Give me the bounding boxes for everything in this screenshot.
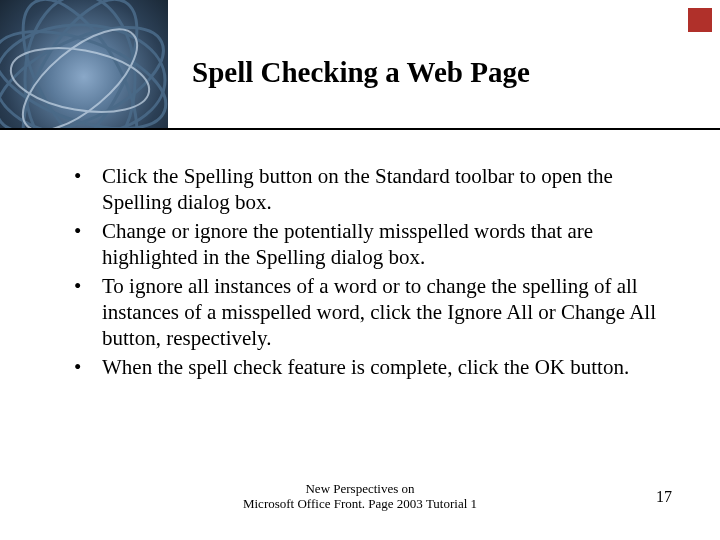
red-accent-square <box>688 8 712 32</box>
page-number: 17 <box>656 488 672 506</box>
slide-footer: New Perspectives on Microsoft Office Fro… <box>0 481 720 512</box>
slide-title: Spell Checking a Web Page <box>192 56 720 89</box>
bullet-item: To ignore all instances of a word or to … <box>74 274 672 351</box>
header-decorative-image <box>0 0 168 128</box>
bullet-list: Click the Spelling button on the Standar… <box>74 164 672 381</box>
bullet-item: Change or ignore the potentially misspel… <box>74 219 672 270</box>
footer-line-2: Microsoft Office Front. Page 2003 Tutori… <box>243 496 477 512</box>
footer-line-1: New Perspectives on <box>243 481 477 497</box>
title-area: Spell Checking a Web Page <box>168 0 720 128</box>
bullet-item: Click the Spelling button on the Standar… <box>74 164 672 215</box>
bullet-item: When the spell check feature is complete… <box>74 355 672 381</box>
slide-content: Click the Spelling button on the Standar… <box>0 128 720 381</box>
slide-header: Spell Checking a Web Page <box>0 0 720 128</box>
header-divider <box>0 128 720 130</box>
footer-text: New Perspectives on Microsoft Office Fro… <box>243 481 477 512</box>
